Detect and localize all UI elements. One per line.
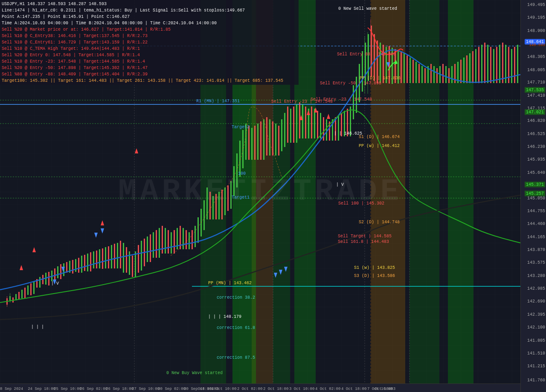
svg-rect-58: [111, 245, 112, 268]
price-label-145640: 145.640: [527, 170, 545, 175]
price-label-146230: 146.230: [527, 144, 545, 149]
svg-rect-193: [514, 47, 515, 83]
time-label-12: 4 Oct 02:00: [315, 387, 340, 391]
svg-rect-163: [424, 68, 426, 83]
svg-rect-144: [368, 34, 369, 81]
svg-rect-52: [93, 251, 94, 268]
svg-rect-101: [239, 141, 241, 177]
svg-rect-176: [463, 58, 465, 83]
svg-rect-51: [90, 252, 91, 271]
info-line-5: Sell %10 @ C_Entry38: 146.416 | Target:1…: [2, 33, 297, 39]
svg-rect-104: [248, 126, 250, 160]
price-label-148900: 148.900: [527, 28, 545, 33]
svg-rect-165: [430, 64, 432, 83]
price-label-145371: 145.371: [525, 182, 545, 187]
price-label-141760: 141.760: [527, 378, 545, 383]
svg-rect-30: [27, 285, 29, 295]
svg-rect-121: [299, 102, 300, 138]
svg-rect-117: [287, 107, 288, 143]
time-label-13: 4 Oct 18:00: [341, 387, 366, 391]
svg-rect-172: [451, 66, 453, 83]
svg-rect-153: [395, 49, 396, 83]
svg-rect-152: [392, 48, 393, 84]
svg-rect-140: [356, 77, 357, 113]
time-label-oct2: Oct 10483: [375, 387, 395, 391]
price-label-141510: 141.510: [527, 351, 545, 355]
time-label-10: 2 Oct 18:00: [263, 387, 288, 391]
svg-rect-55: [102, 248, 103, 269]
svg-rect-180: [475, 49, 476, 83]
svg-rect-62: [123, 243, 124, 273]
svg-rect-47: [78, 258, 79, 273]
svg-rect-167: [436, 68, 438, 83]
svg-rect-94: [218, 192, 220, 219]
svg-rect-45: [72, 260, 73, 274]
svg-rect-171: [448, 68, 450, 83]
svg-rect-84: [189, 232, 190, 249]
svg-rect-110: [266, 117, 267, 156]
info-panel: USDJPY,H1 148.337 148.593 148.287 148.59…: [0, 0, 299, 85]
svg-rect-67: [138, 245, 139, 273]
time-label-0: 28 Sep 2024: [0, 387, 23, 391]
svg-rect-59: [114, 244, 115, 268]
svg-rect-46: [75, 259, 76, 272]
svg-rect-115: [281, 119, 282, 151]
price-label-146525: 146.525: [527, 131, 545, 136]
svg-rect-138: [350, 107, 351, 136]
svg-rect-93: [215, 194, 217, 219]
svg-rect-113: [275, 124, 276, 156]
svg-rect-105: [251, 128, 253, 160]
svg-rect-135: [341, 113, 342, 136]
chart-title: USDJPY,H1 148.337 148.593 148.287 148.59…: [2, 1, 297, 7]
svg-rect-120: [296, 104, 297, 143]
svg-rect-103: [245, 124, 247, 160]
svg-rect-91: [209, 192, 211, 219]
svg-rect-77: [168, 230, 169, 254]
svg-rect-95: [221, 190, 223, 219]
price-label-145935: 145.935: [527, 157, 545, 162]
price-label-146820: 146.820: [527, 118, 545, 123]
info-line-3: Time A:2024.10.03 04:00:00 | Time B:2024…: [2, 20, 297, 26]
price-label-142100: 142.100: [527, 325, 545, 330]
price-label-144165: 144.165: [527, 234, 545, 239]
svg-rect-63: [126, 247, 127, 273]
svg-rect-76: [165, 228, 166, 254]
price-label-149495: 149.495: [527, 3, 545, 7]
svg-rect-184: [487, 45, 488, 83]
price-label-147410: 147.410: [527, 93, 545, 98]
info-line-12: Target100: 145.302 || Target 161: 144.48…: [2, 78, 297, 84]
svg-rect-162: [421, 66, 423, 83]
svg-rect-134: [338, 115, 339, 141]
price-label-143280: 143.280: [527, 273, 545, 278]
price-label-144460: 144.460: [527, 222, 545, 226]
svg-rect-169: [442, 64, 444, 83]
svg-rect-41: [60, 264, 61, 279]
info-line-11: Sell %88 @ Entry -88: 148.409 | Target:1…: [2, 71, 297, 78]
svg-rect-179: [472, 51, 473, 83]
svg-rect-74: [159, 228, 160, 258]
svg-rect-72: [153, 232, 154, 258]
price-label-147021: 147.021: [525, 110, 545, 115]
svg-rect-28: [21, 290, 23, 298]
time-label-11: 3 Oct 10:00: [289, 387, 314, 391]
svg-rect-32: [33, 281, 35, 294]
info-line-4: Sell %20 @ Market price or at: 146.627 |…: [2, 26, 297, 33]
time-label-3: 26 Sep 02:00: [80, 387, 107, 391]
svg-rect-108: [260, 121, 261, 160]
svg-rect-40: [57, 266, 58, 278]
svg-rect-175: [460, 60, 462, 83]
svg-rect-187: [496, 47, 497, 83]
svg-rect-146: [374, 34, 375, 81]
info-line-7: Sell %10 @ C_TEMA High Target: 149.644|1…: [2, 46, 297, 52]
svg-rect-189: [502, 43, 503, 83]
svg-rect-37: [48, 272, 49, 285]
svg-rect-156: [404, 53, 405, 83]
svg-rect-102: [242, 130, 244, 168]
svg-rect-159: [412, 60, 414, 83]
price-label-148005: 148.005: [527, 67, 545, 72]
svg-rect-126: [314, 109, 315, 138]
svg-rect-109: [263, 119, 264, 160]
svg-rect-125: [311, 107, 312, 138]
price-label-143575: 143.575: [527, 260, 545, 265]
svg-rect-160: [415, 62, 417, 83]
